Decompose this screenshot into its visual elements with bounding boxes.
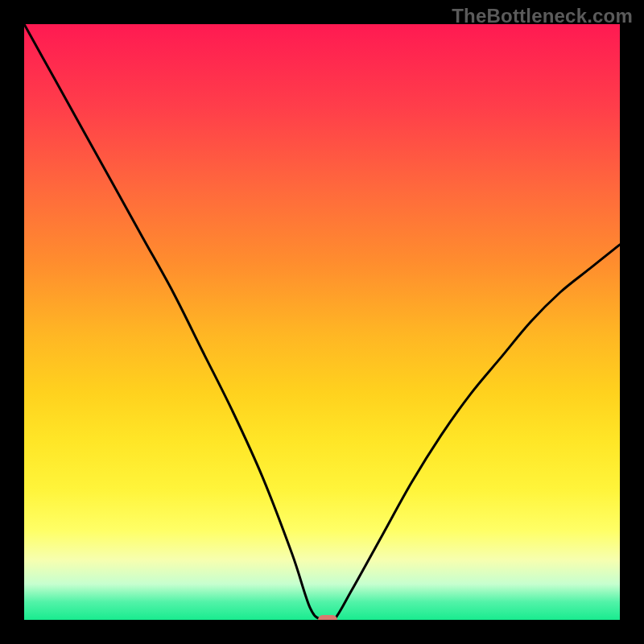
- optimal-marker: [318, 615, 337, 620]
- bottleneck-curve: [24, 24, 620, 620]
- plot-area: [24, 24, 620, 620]
- chart-frame: TheBottleneck.com: [0, 0, 644, 644]
